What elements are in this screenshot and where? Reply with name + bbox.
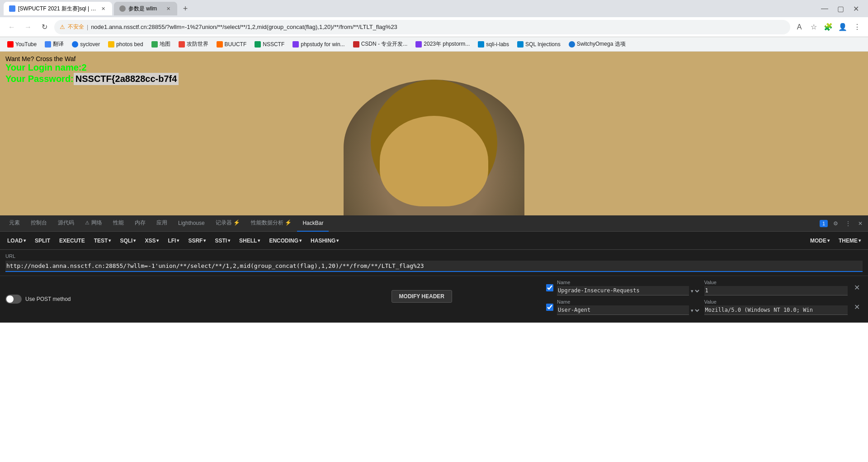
header-2-name-col: Name ▾ xyxy=(557,299,701,315)
tab-perf-insights[interactable]: 性能数据分析 ⚡ xyxy=(245,215,297,232)
hackbar-encoding-button[interactable]: ENCODING ▾ xyxy=(265,236,305,246)
hackbar-lfi-button[interactable]: LFI ▾ xyxy=(164,236,183,246)
hackbar-xss-button[interactable]: XSS ▾ xyxy=(141,236,162,246)
bookmark-nssctf-label: NSSCTF xyxy=(263,41,284,48)
bookmark-csdn-label: CSDN - 专业开发... xyxy=(361,40,408,48)
header-2-value-input[interactable] xyxy=(704,305,848,315)
bookmarks-bar: YouTube 翻译 syclover photos bed 地图 攻防世界 B… xyxy=(0,37,868,52)
header-1-value-input[interactable] xyxy=(704,286,848,295)
tab-sources[interactable]: 源代码 xyxy=(52,215,80,232)
hackbar-xss-label: XSS xyxy=(145,238,156,244)
post-method-toggle[interactable] xyxy=(5,295,22,304)
header-2-close-icon[interactable]: ✕ xyxy=(851,302,863,312)
modify-header-button[interactable]: MODIFY HEADER xyxy=(392,290,452,303)
back-button[interactable]: ← xyxy=(5,21,18,33)
bookmark-phpstudy[interactable]: phpstudy for win... xyxy=(289,40,348,49)
header-1-name-dropdown[interactable]: ▾ xyxy=(689,288,701,294)
bookmark-photos[interactable]: photos bed xyxy=(104,40,146,49)
hackbar-execute-label: EXECUTE xyxy=(59,238,85,244)
hackbar-sqli-button[interactable]: SQLI ▾ xyxy=(116,236,139,246)
address-bar-actions: A ☆ 🧩 👤 ⋮ xyxy=(794,22,863,33)
password-line: Your Password:NSSCTF{2a8828cc-b7f4 xyxy=(5,73,179,85)
bookmark-maps-label: 地图 xyxy=(160,40,170,48)
bookmark-sqli[interactable]: sqli-i-labs xyxy=(474,40,513,49)
header-1-name-input[interactable] xyxy=(557,286,689,295)
url-bar[interactable]: ⚠ 不安全 | node1.anna.nssctf.cn:28855/?wllm… xyxy=(54,20,790,34)
bookmark-switchy[interactable]: SwitchyOmega 选项 xyxy=(565,39,629,49)
tab-recorder-label: 记录器 ⚡ xyxy=(216,219,240,227)
bookmark-gj[interactable]: 攻防世界 xyxy=(175,39,212,49)
tab-console-label: 控制台 xyxy=(31,219,47,227)
menu-icon[interactable]: ⋮ xyxy=(852,22,863,33)
bookmark-maps[interactable]: 地图 xyxy=(148,39,174,49)
bookmark-csdn[interactable]: CSDN - 专业开发... xyxy=(349,39,411,49)
bookmark-fanyi-label: 翻译 xyxy=(53,40,64,48)
tab-1-close[interactable]: ✕ xyxy=(99,5,107,12)
bookmark-icon[interactable]: ☆ xyxy=(808,22,819,33)
tab-lighthouse[interactable]: Lighthouse xyxy=(173,215,210,232)
tab-recorder[interactable]: 记录器 ⚡ xyxy=(210,215,245,232)
devtools-more-icon[interactable]: ⋮ xyxy=(844,219,853,229)
devtools-close-icon[interactable]: ✕ xyxy=(856,219,864,229)
hackbar-theme-button[interactable]: THEME ▾ xyxy=(835,236,864,246)
hackbar-sqli-label: SQLI xyxy=(120,238,132,244)
hackbar-ssrf-button[interactable]: SSRF ▾ xyxy=(184,236,209,246)
header-2-name-dropdown[interactable]: ▾ xyxy=(689,307,701,314)
forward-button[interactable]: → xyxy=(22,21,34,33)
hackbar-shell-button[interactable]: SHELL ▾ xyxy=(236,236,264,246)
tab-elements[interactable]: 元素 xyxy=(4,215,25,232)
tab-hackbar[interactable]: HackBar xyxy=(297,215,329,232)
bookmark-buuctf[interactable]: BUUCTF xyxy=(213,40,250,49)
bookmark-sqlinjections[interactable]: SQL Injections xyxy=(514,40,564,49)
translate-icon[interactable]: A xyxy=(794,22,805,33)
login-name-line: Your Login name:2 xyxy=(5,62,179,73)
profile-icon[interactable]: 👤 xyxy=(837,22,848,33)
header-2-checkbox[interactable] xyxy=(546,304,553,311)
hackbar-ssti-button[interactable]: SSTI ▾ xyxy=(211,236,234,246)
tab-console[interactable]: 控制台 xyxy=(25,215,52,232)
bookmark-fanyi[interactable]: 翻译 xyxy=(41,39,67,49)
csdn-icon xyxy=(353,41,359,48)
bookmark-nssctf[interactable]: NSSCTF xyxy=(251,40,288,49)
header-2-name-input[interactable] xyxy=(557,305,689,315)
hackbar-hashing-label: HASHING xyxy=(311,238,335,244)
hackbar-url-input[interactable] xyxy=(5,261,863,272)
tab-1[interactable]: [SWPUCTF 2021 新生赛]sql | N... ✕ xyxy=(4,2,112,15)
extensions-icon[interactable]: 🧩 xyxy=(823,22,834,33)
bookmark-phpstorm[interactable]: 2023年 phpstorm... xyxy=(412,39,473,49)
tab-application[interactable]: 应用 xyxy=(151,215,173,232)
header-1-checkbox[interactable] xyxy=(546,284,553,291)
tab-performance[interactable]: 性能 xyxy=(108,215,129,232)
password-value: NSSCTF{2a8828cc-b7f4 xyxy=(74,73,179,85)
tab-network[interactable]: ⚠ 网络 xyxy=(80,215,108,232)
bookmark-syclover[interactable]: syclover xyxy=(68,40,104,49)
tab-2[interactable]: 参数是 wllm ✕ xyxy=(114,2,177,15)
tab-memory[interactable]: 内存 xyxy=(129,215,151,232)
hackbar-load-button[interactable]: LOAD ▾ xyxy=(4,236,29,246)
hackbar-execute-button[interactable]: EXECUTE xyxy=(56,236,89,246)
hackbar-split-label: SPLIT xyxy=(35,238,50,244)
load-arrow-icon: ▾ xyxy=(24,238,26,243)
hackbar-test-button[interactable]: TEST ▾ xyxy=(90,236,115,246)
tab-2-close[interactable]: ✕ xyxy=(165,5,172,12)
new-tab-button[interactable]: + xyxy=(179,2,192,15)
hackbar-split-button[interactable]: SPLIT xyxy=(31,236,54,246)
xss-arrow-icon: ▾ xyxy=(156,238,159,243)
close-button[interactable]: ✕ xyxy=(851,3,861,15)
refresh-button[interactable]: ↻ xyxy=(38,21,51,33)
maximize-button[interactable]: ▢ xyxy=(835,3,846,15)
youtube-icon xyxy=(7,41,14,48)
bookmark-youtube[interactable]: YouTube xyxy=(4,40,40,49)
header-1-close-icon[interactable]: ✕ xyxy=(851,282,863,293)
headers-area: Name ▾ Value ✕ Name xyxy=(546,280,863,319)
hashing-arrow-icon: ▾ xyxy=(336,238,339,243)
tab-performance-label: 性能 xyxy=(113,219,124,227)
devtools-settings-icon[interactable]: ⚙ xyxy=(831,219,840,229)
encoding-arrow-icon: ▾ xyxy=(299,238,302,243)
hackbar-mode-button[interactable]: MODE ▾ xyxy=(807,236,833,246)
bookmark-sqli-label: sqli-i-labs xyxy=(486,41,509,48)
bookmark-youtube-label: YouTube xyxy=(15,41,37,48)
hackbar-hashing-button[interactable]: HASHING ▾ xyxy=(307,236,342,246)
mode-arrow-icon: ▾ xyxy=(827,238,830,243)
minimize-button[interactable]: — xyxy=(819,3,830,14)
